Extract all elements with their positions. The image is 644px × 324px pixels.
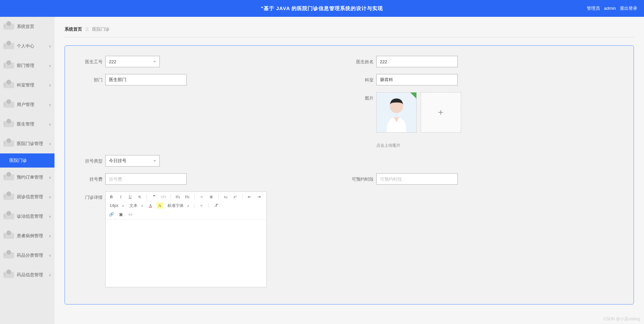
subscript-icon[interactable]: x₂	[223, 194, 229, 200]
sidebar-item-label: 用户管理	[17, 102, 34, 108]
unordered-list-icon[interactable]: ≣	[208, 194, 214, 200]
menu-icon	[3, 24, 14, 30]
reg-type-label: 挂号类型	[78, 155, 105, 164]
sidebar-item-部门管理[interactable]: 部门管理∨	[0, 56, 54, 75]
clear-format-icon[interactable]: T̸	[213, 203, 219, 209]
image-label: 图片	[349, 92, 376, 101]
chevron-down-icon: ∨	[49, 176, 51, 179]
sidebar-item-系统首页[interactable]: 系统首页	[0, 17, 54, 36]
plus-icon: +	[438, 107, 443, 118]
code-icon[interactable]: </>	[160, 194, 166, 200]
outdent-icon[interactable]: ⇤	[247, 194, 253, 200]
detail-label: 门诊详情	[78, 191, 105, 201]
sidebar-item-label: 医院门诊	[9, 157, 27, 164]
sidebar-item-label: 诊治信息管理	[17, 213, 43, 219]
top-header: "基于 JAVA 的医院门诊信息管理系统的设计与实现 管理员 admin 退出登…	[0, 0, 644, 17]
sidebar-item-患者病例管理[interactable]: 患者病例管理∨	[0, 226, 54, 246]
superscript-icon[interactable]: x²	[232, 194, 238, 200]
toolbar-separator	[194, 203, 194, 208]
h1-icon[interactable]: H₁	[175, 194, 181, 200]
chevron-down-icon: ∨	[49, 64, 51, 68]
sidebar-item-label: 医生管理	[17, 121, 34, 127]
sidebar-item-就诊信息管理[interactable]: 就诊信息管理∨	[0, 187, 54, 207]
chevron-up-icon: ∧	[49, 142, 51, 146]
menu-icon	[3, 252, 14, 258]
image-icon[interactable]: ▣	[118, 211, 124, 217]
indent-icon[interactable]: ⇥	[256, 194, 262, 200]
menu-icon	[3, 174, 14, 180]
editor-content-area[interactable]	[106, 220, 266, 287]
toolbar-separator	[209, 203, 209, 208]
sidebar-item-医院门诊管理[interactable]: 医院门诊管理∧	[0, 134, 54, 153]
sidebar-item-label: 药品信息管理	[17, 272, 43, 278]
sidebar-item-用户管理[interactable]: 用户管理∨	[0, 95, 54, 114]
doctor-name-input[interactable]	[376, 56, 458, 67]
menu-icon	[3, 233, 14, 239]
user-role: 管理员	[587, 6, 600, 11]
header-user-area: 管理员 admin 退出登录	[584, 5, 637, 11]
department-label: 部门	[78, 74, 105, 83]
uploaded-image-thumbnail[interactable]	[376, 92, 417, 133]
app-title: "基于 JAVA 的医院门诊信息管理系统的设计与实现	[261, 5, 383, 12]
image-upload-button[interactable]: +	[421, 92, 461, 133]
menu-icon	[3, 63, 14, 69]
office-input[interactable]	[376, 74, 458, 85]
reg-fee-label: 挂号费	[78, 173, 105, 182]
text-type-select[interactable]: 文本	[128, 203, 144, 209]
breadcrumb-separator: 三	[85, 27, 89, 31]
main-content: 系统首页 三 医院门诊 医生工号 222 医生姓名	[54, 17, 644, 324]
bold-icon[interactable]: B	[108, 194, 114, 200]
h2-icon[interactable]: H₂	[184, 194, 190, 200]
reg-type-select[interactable]: 今日挂号	[105, 155, 160, 167]
menu-icon	[3, 272, 14, 278]
menu-icon	[3, 82, 14, 88]
user-name: admin	[604, 6, 616, 11]
toolbar-separator	[218, 194, 219, 200]
chevron-down-icon: ∨	[49, 195, 51, 199]
sidebar-item-科室管理[interactable]: 科室管理∨	[0, 75, 54, 95]
breadcrumb-home[interactable]: 系统首页	[65, 27, 82, 32]
menu-icon	[3, 141, 14, 147]
sidebar-item-label: 科室管理	[17, 82, 34, 88]
breadcrumb-current: 医院门诊	[92, 27, 110, 32]
sidebar-item-label: 药品分类管理	[17, 252, 43, 258]
strikethrough-icon[interactable]: S	[137, 194, 143, 200]
font-size-select[interactable]: 14px	[108, 203, 125, 208]
sidebar-item-诊治信息管理[interactable]: 诊治信息管理∨	[0, 207, 54, 226]
department-input[interactable]	[105, 74, 187, 85]
ordered-list-icon[interactable]: ≡	[199, 194, 205, 200]
italic-icon[interactable]: I	[118, 194, 124, 200]
menu-icon	[3, 194, 14, 200]
sidebar-item-label: 就诊信息管理	[17, 194, 43, 200]
chevron-down-icon: ∨	[49, 103, 51, 107]
editor-toolbar: B I U S ❞ </> H₁ H₂ ≡	[106, 192, 266, 220]
sidebar-item-个人中心[interactable]: 个人中心∨	[0, 36, 54, 56]
link-icon[interactable]: 🔗	[108, 211, 114, 217]
doctor-id-select[interactable]: 222	[105, 56, 160, 67]
align-icon[interactable]: ≡	[198, 203, 204, 209]
quote-icon[interactable]: ❞	[151, 194, 157, 200]
sidebar-item-预约订单管理[interactable]: 预约订单管理∨	[0, 168, 54, 187]
sidebar: 系统首页个人中心∨部门管理∨科室管理∨用户管理∨医生管理∨医院门诊管理∧医院门诊…	[0, 17, 54, 324]
video-icon[interactable]: ▭	[127, 211, 133, 217]
sidebar-item-医院门诊[interactable]: 医院门诊	[0, 153, 54, 168]
doctor-id-label: 医生工号	[78, 56, 105, 65]
underline-icon[interactable]: U	[127, 194, 133, 200]
sidebar-item-label: 个人中心	[17, 43, 34, 49]
sidebar-item-药品分类管理[interactable]: 药品分类管理∨	[0, 246, 54, 265]
toolbar-separator	[171, 194, 171, 200]
highlight-icon[interactable]: A	[157, 203, 163, 209]
sidebar-item-label: 患者病例管理	[17, 233, 43, 239]
time-slot-input[interactable]	[376, 173, 458, 185]
chevron-down-icon: ∨	[49, 254, 51, 257]
sidebar-item-label: 部门管理	[17, 63, 34, 69]
logout-link[interactable]: 退出登录	[620, 6, 637, 11]
chevron-down-icon: ∨	[49, 273, 51, 277]
sidebar-item-药品信息管理[interactable]: 药品信息管理∨	[0, 265, 54, 285]
font-family-select[interactable]: 标准字体	[166, 203, 190, 209]
font-color-icon[interactable]: A	[147, 203, 153, 209]
menu-icon	[3, 121, 14, 127]
time-slot-label: 可预约时段	[349, 173, 376, 182]
reg-fee-input[interactable]	[105, 173, 187, 185]
sidebar-item-医生管理[interactable]: 医生管理∨	[0, 114, 54, 134]
